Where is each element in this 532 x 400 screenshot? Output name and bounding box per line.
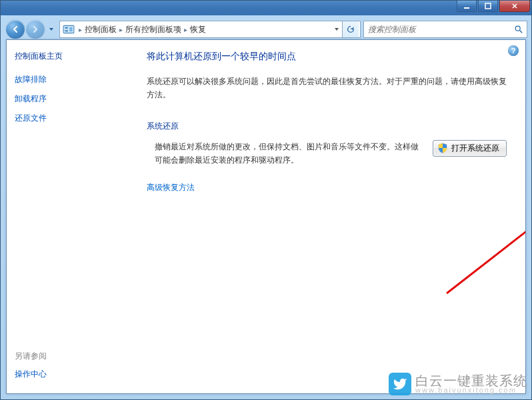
svg-rect-5 [69, 27, 73, 32]
uac-shield-icon [437, 143, 448, 153]
history-dropdown[interactable] [46, 27, 57, 32]
sidebar-link-uninstall[interactable]: 卸载程序 [15, 93, 125, 105]
svg-rect-4 [65, 30, 68, 31]
search-input[interactable] [367, 24, 513, 35]
sidebar: 控制面板主页 故障排除 卸载程序 还原文件 另请参阅 操作中心 [7, 40, 133, 393]
svg-line-7 [520, 31, 523, 33]
breadcrumb-separator-icon: ▸ [79, 26, 82, 33]
svg-line-8 [447, 200, 525, 293]
refresh-button[interactable] [342, 21, 359, 37]
window: ▸ 控制面板 ▸ 所有控制面板项 ▸ 恢复 控制面板主页 [0, 0, 532, 400]
sidebar-main-link[interactable]: 控制面板主页 [15, 51, 125, 62]
window-controls [457, 1, 530, 12]
forward-button[interactable] [26, 20, 45, 39]
help-icon[interactable]: ? [508, 45, 519, 56]
svg-rect-3 [65, 27, 68, 29]
page-title: 将此计算机还原到一个较早的时间点 [147, 51, 507, 63]
minimize-button[interactable] [457, 1, 477, 12]
breadcrumb-separator-icon: ▸ [184, 26, 187, 33]
search-box[interactable] [363, 21, 527, 38]
svg-rect-1 [485, 3, 491, 9]
svg-rect-0 [464, 7, 469, 9]
maximize-button[interactable] [478, 1, 498, 12]
see-also-header: 另请参阅 [15, 351, 125, 362]
content-pane: ? 将此计算机还原到一个较早的时间点 系统还原可以解决很多系统问题，因此是首先尝… [133, 40, 525, 393]
breadcrumb-level3[interactable]: 恢复 [190, 24, 206, 35]
intro-text: 系统还原可以解决很多系统问题，因此是首先尝试的最佳恢复方法。对于严重的问题，请使… [147, 75, 507, 102]
action-button-label: 打开系统还原 [451, 143, 499, 154]
sidebar-link-restore-files[interactable]: 还原文件 [15, 113, 125, 124]
address-bar[interactable]: ▸ 控制面板 ▸ 所有控制面板项 ▸ 恢复 [59, 21, 361, 38]
sidebar-link-troubleshoot[interactable]: 故障排除 [15, 74, 125, 85]
close-button[interactable] [499, 1, 530, 12]
nav-buttons [6, 20, 57, 39]
advanced-recovery-link[interactable]: 高级恢复方法 [147, 182, 507, 193]
search-icon[interactable] [513, 24, 524, 35]
section-row: 撤销最近对系统所做的更改，但保持文档、图片和音乐等文件不变。这样做可能会删除最近… [147, 140, 507, 167]
open-system-restore-button[interactable]: 打开系统还原 [433, 140, 507, 157]
breadcrumb-level1[interactable]: 控制面板 [85, 24, 117, 35]
address-dropdown[interactable] [331, 25, 342, 34]
client-area: 控制面板主页 故障排除 卸载程序 还原文件 另请参阅 操作中心 ? 将此计算机还… [6, 39, 526, 394]
titlebar [1, 1, 531, 15]
back-button[interactable] [6, 20, 25, 39]
section-title: 系统还原 [147, 121, 507, 132]
breadcrumb-separator-icon: ▸ [119, 26, 123, 33]
see-also-action-center[interactable]: 操作中心 [15, 369, 125, 380]
control-panel-icon [63, 23, 75, 35]
breadcrumb-level2[interactable]: 所有控制面板项 [125, 24, 181, 35]
svg-point-6 [515, 26, 520, 31]
annotation-arrow [440, 193, 525, 300]
section-description: 撤销最近对系统所做的更改，但保持文档、图片和音乐等文件不变。这样做可能会删除最近… [147, 140, 433, 167]
